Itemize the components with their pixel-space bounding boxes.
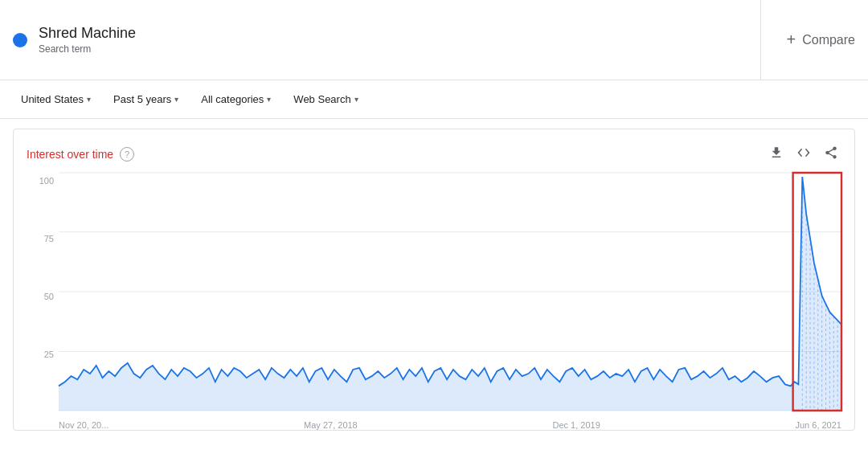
- search-term-dot: [13, 33, 27, 47]
- term-name: Shred Machine: [39, 25, 136, 42]
- search-term-box: Shred Machine Search term: [13, 0, 761, 80]
- y-axis: 100 75 50 25: [27, 173, 59, 411]
- embed-button[interactable]: [793, 142, 814, 166]
- top-bar: Shred Machine Search term + Compare: [0, 0, 868, 80]
- share-button[interactable]: [821, 142, 841, 166]
- region-filter[interactable]: United States ▾: [13, 88, 99, 110]
- chart-title-area: Interest over time ?: [27, 147, 134, 162]
- trend-fill: [59, 177, 841, 411]
- category-chevron-icon: ▾: [267, 95, 271, 104]
- region-chevron-icon: ▾: [87, 95, 91, 104]
- chart-title: Interest over time: [27, 148, 113, 161]
- compare-label: Compare: [802, 33, 855, 47]
- help-icon[interactable]: ?: [120, 147, 134, 162]
- x-axis: Nov 20, 20... May 27, 2018 Dec 1, 2019 J…: [59, 411, 841, 430]
- y-label-25: 25: [27, 350, 59, 359]
- x-label-2021: Jun 6, 2021: [795, 420, 841, 430]
- chart-container: 100 75 50 25: [27, 173, 841, 430]
- time-filter[interactable]: Past 5 years ▾: [105, 88, 186, 110]
- time-chevron-icon: ▾: [174, 95, 178, 104]
- trend-chart: [59, 173, 841, 411]
- y-label-100: 100: [27, 176, 59, 186]
- filter-bar: United States ▾ Past 5 years ▾ All categ…: [0, 80, 868, 119]
- category-filter[interactable]: All categories ▾: [193, 88, 279, 110]
- search-type-filter[interactable]: Web Search ▾: [285, 88, 366, 110]
- x-label-start: Nov 20, 20...: [59, 420, 108, 430]
- y-label-75: 75: [27, 234, 59, 243]
- compare-box[interactable]: + Compare: [761, 31, 856, 49]
- chart-actions: [766, 142, 841, 166]
- x-label-2019: Dec 1, 2019: [552, 420, 600, 430]
- term-info: Shred Machine Search term: [39, 25, 136, 55]
- search-type-label: Web Search: [293, 93, 350, 105]
- region-label: United States: [21, 93, 84, 105]
- compare-plus-icon: +: [787, 31, 796, 49]
- y-label-50: 50: [27, 292, 59, 301]
- search-type-chevron-icon: ▾: [354, 95, 358, 104]
- chart-section: Interest over time ? 100 75 50 25: [13, 129, 855, 431]
- chart-header: Interest over time ?: [27, 142, 841, 166]
- x-label-2018: May 27, 2018: [304, 420, 358, 430]
- download-button[interactable]: [766, 142, 787, 166]
- time-label: Past 5 years: [113, 93, 171, 105]
- term-sub: Search term: [39, 43, 136, 55]
- trend-line: [59, 177, 841, 386]
- category-label: All categories: [201, 93, 264, 105]
- chart-svg-area: [59, 173, 841, 411]
